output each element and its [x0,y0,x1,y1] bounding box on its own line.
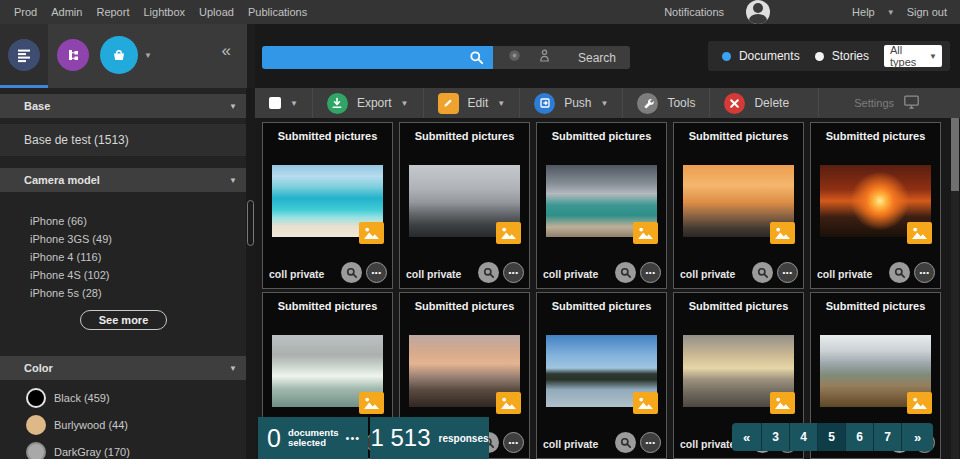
preview-zoom-button[interactable] [615,432,636,453]
chevron-down-icon[interactable]: ▼ [887,8,895,17]
tools-button[interactable]: Tools [623,88,710,118]
card-thumbnail-sailboat-sunset[interactable] [683,165,794,237]
preview-zoom-button[interactable] [889,262,910,283]
collapse-panel-icon[interactable]: « [222,41,231,61]
menu-item-report[interactable]: Report [96,6,129,18]
selection-more-button[interactable]: ••• [346,432,361,444]
sidebar-scrollbar-thumb[interactable] [247,200,254,246]
section-items-color: Black (459)Burlywood (44)DarkGray (170) [0,380,247,459]
notifications-link[interactable]: Notifications [664,6,724,18]
app-dropdown-caret-icon[interactable]: ▼ [144,51,152,60]
see-more-button[interactable]: See more [80,310,168,330]
select-all-checkbox[interactable] [269,97,281,109]
pagination-page-5[interactable]: 5 [818,423,846,451]
sidebar-item-base-de-test-1513-[interactable]: Base de test (1513) [0,124,247,156]
select-dropdown-caret-icon[interactable]: ▼ [290,99,298,108]
menu-item-publications[interactable]: Publications [248,6,307,18]
menu-item-upload[interactable]: Upload [199,6,234,18]
card-title: Submitted pictures [263,300,392,312]
filter-documents[interactable]: Documents [722,49,800,63]
display-monitor-icon[interactable] [903,94,920,112]
card-more-button[interactable]: ••• [503,432,524,453]
advanced-search-gear-icon[interactable] [507,48,522,67]
card-thumbnail-tropical-beach[interactable] [272,165,383,237]
card-thumbnail-sunset-clouds-beach[interactable] [409,335,520,407]
section-header-base[interactable]: Base▼ [0,94,247,118]
push-arrow-icon [534,93,555,114]
edit-button[interactable]: Edit ▼ [424,88,521,118]
section-header-color[interactable]: Color▼ [0,356,247,380]
list-app-icon[interactable] [8,39,40,71]
card-more-button[interactable]: ••• [640,262,661,283]
card-thumbnail-ocean-sunset-sun[interactable] [820,165,931,237]
sidebar-item-iphone-5s-28-[interactable]: iPhone 5s (28) [0,284,247,302]
sidebar-item-black-459-[interactable]: Black (459) [0,384,247,411]
pagination-page-6[interactable]: 6 [846,423,874,451]
sidebar-scrollbar[interactable] [246,88,255,459]
push-caret-icon[interactable]: ▼ [601,99,609,108]
edit-caret-icon[interactable]: ▼ [497,99,505,108]
filter-stories[interactable]: Stories [815,49,869,63]
document-card[interactable]: Submitted pictures coll private ••• [399,122,530,289]
sidebar-item-iphone-66-[interactable]: iPhone (66) [0,212,247,230]
signout-link[interactable]: Sign out [907,6,947,18]
push-button[interactable]: Push ▼ [520,88,623,118]
menu-item-prod[interactable]: Prod [14,6,37,18]
card-more-button[interactable]: ••• [366,262,387,283]
pagination-page-7[interactable]: 7 [874,423,902,451]
user-avatar[interactable] [746,0,770,24]
document-card[interactable]: Submitted pictures coll private ••• [536,122,667,289]
card-more-button[interactable]: ••• [640,432,661,453]
pagination-page-4[interactable]: 4 [790,423,818,451]
main-scrollbar[interactable] [951,118,959,459]
card-thumbnail-crashing-wave[interactable] [272,335,383,407]
collection-label: coll private [543,268,598,280]
sidebar-item-darkgray-170-[interactable]: DarkGray (170) [0,438,247,459]
main-scrollbar-thumb[interactable] [951,118,959,191]
preview-zoom-button[interactable] [478,262,499,283]
workflow-app-icon[interactable] [57,39,89,71]
card-thumbnail-calm-sea-sunset[interactable] [683,335,794,407]
saved-search-person-icon[interactable] [537,48,552,67]
section-title: Camera model [24,174,100,186]
card-thumbnail-storm-clouds-beach[interactable] [546,165,657,237]
search-button[interactable]: Search [578,51,630,65]
pagination-page-3[interactable]: 3 [762,423,790,451]
pagination-next[interactable]: » [902,423,933,451]
sidebar-item-iphone-4s-102-[interactable]: iPhone 4S (102) [0,266,247,284]
document-card[interactable]: Submitted pictures coll private ••• [810,122,941,289]
menu-item-lightbox[interactable]: Lightbox [143,6,185,18]
document-card[interactable]: Submitted pictures coll private ••• [536,292,667,459]
card-more-button[interactable]: ••• [777,262,798,283]
document-card[interactable]: Submitted pictures coll private ••• [673,122,804,289]
menu-item-admin[interactable]: Admin [51,6,82,18]
card-title: Submitted pictures [811,130,940,142]
export-caret-icon[interactable]: ▼ [401,99,409,108]
sidebar-item-label: Base de test (1513) [24,133,129,147]
sidebar-item-burlywood-44-[interactable]: Burlywood (44) [0,411,247,438]
card-thumbnail-mountain-lake[interactable] [546,335,657,407]
preview-zoom-button[interactable] [752,262,773,283]
delete-button[interactable]: Delete [710,88,803,118]
sidebar-item-iphone-3gs-49-[interactable]: iPhone 3GS (49) [0,230,247,248]
help-menu[interactable]: Help [852,6,875,18]
card-more-button[interactable]: ••• [914,262,935,283]
preview-zoom-button[interactable] [615,262,636,283]
top-menubar: ProdAdminReportLightboxUploadPublication… [0,0,960,24]
section-header-camera-model[interactable]: Camera model▼ [0,168,247,192]
search-input[interactable] [262,46,493,69]
basket-app-icon[interactable] [100,36,138,74]
preview-zoom-button[interactable] [341,262,362,283]
card-title: Submitted pictures [400,300,529,312]
document-card[interactable]: Submitted pictures coll private ••• [262,122,393,289]
image-type-badge-icon [359,392,384,414]
type-select[interactable]: All types ▼ [884,45,942,67]
sidebar-item-iphone-4-116-[interactable]: iPhone 4 (116) [0,248,247,266]
card-title: Submitted pictures [674,130,803,142]
export-button[interactable]: Export ▼ [313,88,424,118]
card-thumbnail-aerial-mountains[interactable] [820,335,931,407]
settings-button[interactable]: Settings [854,97,894,109]
pagination-prev[interactable]: « [732,423,762,451]
card-thumbnail-pier[interactable] [409,165,520,237]
card-more-button[interactable]: ••• [503,262,524,283]
